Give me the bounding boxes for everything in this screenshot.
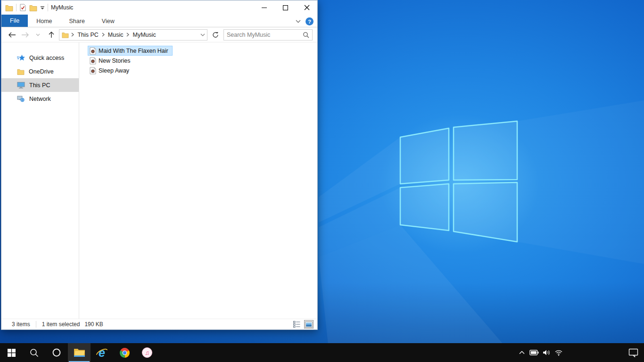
items-count: 3 items	[12, 321, 30, 328]
navigation-pane: Quick access OneDrive This PC Network	[1, 42, 79, 319]
tab-home[interactable]: Home	[28, 16, 60, 27]
customize-toolbar-chevron-icon[interactable]	[40, 6, 45, 10]
itunes-button[interactable]: ♫	[136, 343, 158, 362]
up-button[interactable]	[46, 30, 57, 40]
cortana-circle-icon	[52, 348, 61, 357]
breadcrumb-music[interactable]: Music	[106, 32, 126, 38]
recent-locations-chevron-icon[interactable]	[33, 30, 43, 40]
close-button[interactable]	[296, 0, 317, 15]
folder-icon	[62, 32, 69, 38]
battery-icon	[529, 350, 539, 355]
internet-explorer-icon: e	[96, 346, 108, 359]
chevron-up-icon	[519, 351, 525, 354]
file-item-new-stories[interactable]: New Stories	[88, 56, 134, 66]
sidebar-item-label: OneDrive	[29, 68, 54, 75]
system-tray	[516, 343, 644, 362]
caption-buttons	[254, 0, 317, 15]
forward-button[interactable]	[20, 30, 31, 40]
new-folder-icon[interactable]	[29, 4, 37, 11]
search-icon[interactable]	[303, 32, 309, 38]
breadcrumb-mymusic[interactable]: MyMusic	[130, 32, 158, 38]
selection-count: 1 item selected	[42, 321, 80, 328]
status-separator	[36, 321, 36, 328]
audio-file-icon	[90, 67, 96, 74]
cortana-button[interactable]	[45, 343, 68, 362]
tab-view[interactable]: View	[93, 16, 123, 27]
onedrive-folder-icon	[17, 68, 25, 75]
audio-file-icon	[90, 57, 96, 65]
breadcrumb-this-pc[interactable]: This PC	[75, 32, 100, 38]
hidden-icons-chevron-button[interactable]	[516, 343, 528, 362]
tab-file[interactable]: File	[1, 15, 28, 27]
file-explorer-icon	[74, 348, 85, 358]
volume-button[interactable]	[540, 343, 553, 362]
search-input[interactable]	[227, 32, 303, 38]
windows-start-icon	[8, 349, 16, 357]
title-bar: MyMusic	[1, 0, 317, 15]
chrome-icon	[119, 347, 130, 358]
monitor-icon	[17, 82, 25, 89]
sidebar-item-network[interactable]: Network	[1, 92, 79, 106]
large-icons-view-button[interactable]	[304, 320, 314, 329]
taskbar-file-explorer-button[interactable]	[68, 343, 91, 362]
file-explorer-window: MyMusic File Home Share View ?	[1, 0, 318, 330]
toolbar-separator	[16, 4, 17, 11]
toolbar-separator	[48, 4, 48, 11]
window-body: Quick access OneDrive This PC Network	[1, 42, 317, 319]
address-dropdown-chevron-icon[interactable]	[200, 33, 205, 36]
file-item-sleep-away[interactable]: Sleep Away	[88, 66, 133, 75]
network-icon	[17, 95, 25, 102]
details-view-button[interactable]	[292, 320, 301, 329]
collapse-ribbon-chevron-icon[interactable]	[296, 20, 301, 23]
tab-share[interactable]: Share	[61, 16, 93, 27]
maximize-button[interactable]	[275, 0, 296, 15]
notification-bubble-icon	[628, 348, 638, 357]
sidebar-item-label: This PC	[29, 82, 50, 89]
internet-explorer-button[interactable]: e	[91, 343, 113, 362]
sidebar-item-quick-access[interactable]: Quick access	[1, 51, 79, 65]
chevron-right-icon[interactable]	[71, 33, 74, 37]
start-button[interactable]	[0, 343, 23, 362]
battery-status-button[interactable]	[528, 343, 540, 362]
search-icon	[30, 348, 39, 357]
taskbar: e ♫	[0, 343, 644, 362]
sidebar-item-label: Network	[29, 96, 51, 102]
address-bar: This PC Music MyMusic	[1, 27, 317, 42]
selection-size: 190 KB	[84, 321, 103, 328]
folder-icon	[5, 4, 13, 11]
window-title: MyMusic	[51, 4, 73, 11]
refresh-button[interactable]	[210, 30, 221, 40]
search-box	[223, 29, 313, 41]
speaker-icon	[543, 349, 551, 356]
quick-access-star-icon	[17, 54, 25, 61]
file-list: Maid With The Flaxen Hair New Stories Sl…	[79, 42, 317, 319]
ribbon-tabs: File Home Share View ?	[1, 15, 317, 27]
sidebar-item-this-pc[interactable]: This PC	[1, 78, 79, 92]
network-wifi-button[interactable]	[553, 343, 565, 362]
sidebar-item-label: Quick access	[29, 55, 64, 61]
wifi-icon	[554, 349, 563, 356]
status-bar: 3 items 1 item selected 190 KB	[1, 319, 317, 329]
action-center-button[interactable]	[622, 343, 644, 362]
properties-icon[interactable]	[19, 4, 26, 11]
help-button[interactable]: ?	[305, 17, 314, 25]
back-button[interactable]	[7, 30, 17, 40]
minimize-button[interactable]	[254, 0, 275, 15]
file-item-maid-with-the-flaxen-hair[interactable]: Maid With The Flaxen Hair	[88, 46, 173, 56]
itunes-icon: ♫	[142, 347, 152, 358]
taskbar-search-button[interactable]	[23, 343, 45, 362]
chevron-right-icon[interactable]	[126, 33, 129, 37]
chevron-right-icon[interactable]	[102, 33, 105, 37]
quick-access-toolbar	[5, 4, 48, 11]
sidebar-item-onedrive[interactable]: OneDrive	[1, 65, 79, 78]
chrome-button[interactable]	[113, 343, 136, 362]
address-input[interactable]: This PC Music MyMusic	[59, 29, 207, 41]
audio-file-icon	[90, 47, 96, 55]
